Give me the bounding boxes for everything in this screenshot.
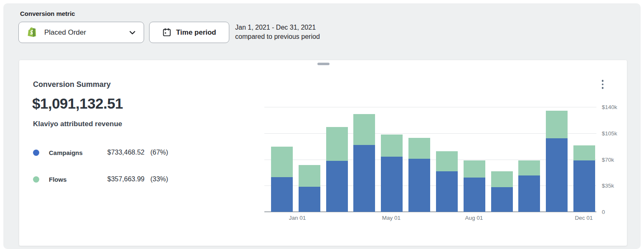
- shopify-icon: [26, 26, 38, 39]
- gridline: [264, 107, 596, 107]
- y-tick-label: $35k: [602, 183, 614, 189]
- bar-segment-campaigns[interactable]: [436, 171, 458, 212]
- bar-segment-flows[interactable]: [271, 147, 293, 177]
- x-tick-label: Aug 01: [465, 215, 483, 221]
- card-title: Conversion Summary: [33, 80, 111, 89]
- bar-segment-flows[interactable]: [491, 171, 513, 187]
- bar-segment-campaigns[interactable]: [546, 138, 568, 212]
- bar-segment-flows[interactable]: [353, 114, 375, 145]
- legend-percent: (33%): [150, 175, 168, 183]
- legend-value: $733,468.52: [107, 149, 145, 156]
- x-tick-label: Dec 01: [575, 215, 593, 221]
- bar-may[interactable]: [381, 135, 403, 212]
- x-tick-label: Jan 01: [289, 215, 306, 221]
- y-tick-label: $140k: [602, 104, 617, 110]
- date-range-line1: Jan 1, 2021 - Dec 31, 2021: [235, 23, 320, 32]
- bar-segment-campaigns[interactable]: [381, 157, 403, 212]
- bar-segment-campaigns[interactable]: [326, 161, 348, 212]
- conversion-summary-card: Conversion Summary $1,091,132.51 Klaviyo…: [19, 60, 627, 246]
- chart-legend: Campaigns $733,468.52 (67%) Flows $357,6…: [33, 149, 213, 202]
- bar-segment-campaigns[interactable]: [408, 159, 430, 212]
- bar-jul[interactable]: [436, 151, 458, 212]
- date-range-line2: compared to previous period: [235, 32, 320, 41]
- date-range: Jan 1, 2021 - Dec 31, 2021 compared to p…: [235, 22, 320, 41]
- campaigns-dot-icon: [33, 150, 39, 156]
- legend-label: Flows: [49, 176, 94, 183]
- chevron-down-icon: [129, 29, 136, 36]
- bar-mar[interactable]: [326, 127, 348, 212]
- bar-feb[interactable]: [299, 165, 320, 212]
- bar-segment-flows[interactable]: [299, 165, 320, 187]
- total-revenue-caption: Klaviyo attributed revenue: [33, 120, 122, 128]
- y-tick-label: 0: [602, 209, 605, 215]
- conversion-metric-label: Conversion metric: [20, 10, 75, 17]
- drag-handle[interactable]: [317, 63, 330, 65]
- y-tick-label: $105k: [602, 130, 617, 136]
- metric-dropdown[interactable]: Placed Order: [18, 22, 144, 43]
- bar-segment-campaigns[interactable]: [271, 177, 293, 212]
- bar-segment-campaigns[interactable]: [353, 145, 375, 212]
- bar-jun[interactable]: [408, 138, 430, 212]
- legend-label: Campaigns: [49, 149, 94, 156]
- bar-segment-campaigns[interactable]: [464, 178, 485, 212]
- bar-jan[interactable]: [271, 147, 293, 212]
- bar-oct[interactable]: [518, 160, 540, 212]
- bar-apr[interactable]: [353, 114, 375, 212]
- bar-segment-flows[interactable]: [573, 145, 595, 160]
- stacked-bar-chart: [266, 107, 596, 212]
- bar-segment-campaigns[interactable]: [299, 187, 320, 212]
- bar-sep[interactable]: [491, 171, 513, 212]
- bar-segment-flows[interactable]: [546, 111, 568, 138]
- bar-segment-flows[interactable]: [518, 160, 540, 175]
- header-controls: Placed Order Time period Jan 1, 2021 - D…: [18, 22, 320, 43]
- time-period-label: Time period: [176, 28, 216, 37]
- bar-segment-flows[interactable]: [464, 160, 485, 177]
- calendar-icon: [162, 28, 172, 37]
- legend-item-campaigns: Campaigns $733,468.52 (67%): [33, 149, 213, 156]
- bar-segment-flows[interactable]: [381, 135, 403, 157]
- time-period-button[interactable]: Time period: [149, 22, 229, 43]
- legend-percent: (67%): [150, 149, 168, 156]
- bar-segment-campaigns[interactable]: [573, 160, 595, 212]
- bar-segment-flows[interactable]: [408, 138, 430, 159]
- bar-aug[interactable]: [464, 160, 485, 212]
- legend-value: $357,663.99: [107, 175, 145, 183]
- legend-item-flows: Flows $357,663.99 (33%): [33, 175, 213, 183]
- bar-segment-flows[interactable]: [436, 151, 458, 171]
- bar-segment-campaigns[interactable]: [491, 187, 513, 212]
- bar-dec[interactable]: [573, 145, 595, 212]
- x-tick-label: May 01: [382, 215, 401, 221]
- total-revenue-value: $1,091,132.51: [32, 95, 123, 112]
- bar-segment-flows[interactable]: [326, 127, 348, 161]
- bar-segment-campaigns[interactable]: [518, 175, 540, 212]
- kebab-menu-icon[interactable]: [599, 78, 606, 91]
- flows-dot-icon: [33, 176, 39, 183]
- page-container: Conversion metric Placed Order: [3, 3, 641, 249]
- metric-dropdown-value: Placed Order: [44, 28, 129, 37]
- y-tick-label: $70k: [602, 156, 614, 163]
- bar-nov[interactable]: [546, 111, 568, 212]
- x-axis-labels: Jan 01May 01Aug 01Dec 01: [266, 215, 596, 222]
- y-axis-labels: $140k$105k$70k$35k0: [602, 107, 627, 212]
